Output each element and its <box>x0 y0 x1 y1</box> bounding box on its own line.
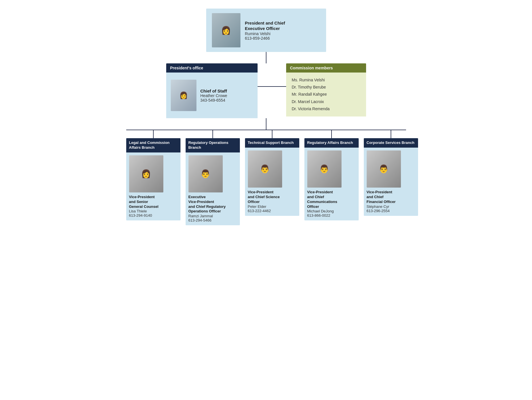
h-connector-line <box>258 86 286 87</box>
branch-3-header: Technical Support Branch <box>245 138 299 148</box>
branch-2-header: Regulatory Operations Branch <box>186 138 240 152</box>
commission-member-5: Dr. Victoria Remenda <box>292 105 360 112</box>
branch-4-photo: 👨 <box>307 150 342 188</box>
branch-technical: Technical Support Branch 👨 Vice-Presiden… <box>245 130 299 216</box>
chief-of-staff-phone: 343-549-6554 <box>200 98 227 102</box>
branch-5-v-connector <box>391 130 391 138</box>
branch-1-title: Vice-President and Senior General Counse… <box>129 195 158 209</box>
president-card: 👩 President and Chief Executive Officer … <box>206 9 326 52</box>
commission-member-2: Dr. Timothy Berube <box>292 84 360 91</box>
branch-2-body: 👨 Executive Vice-President and Chief Reg… <box>186 152 240 226</box>
president-name: Rumina Velshi <box>245 31 285 36</box>
branch-2-title: Executive Vice-President and Chief Regul… <box>188 195 226 214</box>
branch-2-v-connector <box>212 130 213 138</box>
branch-2-name: Ramzi Jammal <box>188 214 226 218</box>
commission-card: Ms. Rumina Velshi Dr. Timothy Berube Mr.… <box>286 73 366 116</box>
branch-regulatory-affairs: Regulatory Affairs Branch 👨 Vice-Preside… <box>304 130 359 220</box>
second-row: President's office 👩 Chief of Staff Heat… <box>6 63 526 118</box>
branch-1-text: Vice-President and Senior General Counse… <box>129 195 158 218</box>
branch-corporate: Corporate Services Branch 👨 Vice-Preside… <box>364 130 418 216</box>
branch-1-name: Lisa Thiele <box>129 209 158 213</box>
branch-4-name: Michael DeJong <box>307 209 337 213</box>
presidents-office-card: 👩 Chief of Staff Heather Crowe 343-549-6… <box>166 73 258 118</box>
branch-4-text: Vice-President and Chief Communications … <box>307 190 337 218</box>
president-photo: 👩 <box>212 13 240 47</box>
branch-4-header: Regulatory Affairs Branch <box>304 138 359 148</box>
branch-4-title: Vice-President and Chief Communications … <box>307 190 337 209</box>
commission-member-1: Ms. Rumina Velshi <box>292 77 360 84</box>
branch-3-card: Technical Support Branch 👨 Vice-Presiden… <box>245 138 299 216</box>
branch-2-card: Regulatory Operations Branch 👨 Executive… <box>186 138 240 225</box>
branch-5-name: Stéphane Cyr <box>367 204 396 209</box>
commission-member-4: Dr. Marcel Lacroix <box>292 98 360 105</box>
branch-4-card: Regulatory Affairs Branch 👨 Vice-Preside… <box>304 138 359 220</box>
commission-header: Commission members <box>286 63 366 73</box>
branch-1-header: Legal and Commission Affairs Branch <box>126 138 180 152</box>
branch-2-phone: 613-294-5466 <box>188 218 226 222</box>
chief-of-staff-text: Chief of Staff Heather Crowe 343-549-655… <box>200 89 227 102</box>
branch-regulatory-ops: Regulatory Operations Branch 👨 Executive… <box>186 130 240 225</box>
top-connector-wrapper <box>6 52 526 63</box>
chief-of-staff-photo: 👩 <box>171 80 196 111</box>
branch-1-v-connector <box>153 130 154 138</box>
president-title-line1: President and Chief <box>245 20 285 26</box>
presidents-office-header: President's office <box>166 63 258 73</box>
branch-1-photo: 👩 <box>129 155 163 192</box>
president-text: President and Chief Executive Officer Ru… <box>245 20 285 41</box>
chief-of-staff-title: Chief of Staff <box>200 89 227 93</box>
branch-5-body: 👨 Vice-President and Chief Financial Off… <box>364 148 418 216</box>
branches-section: Legal and Commission Affairs Branch 👩 Vi… <box>6 130 526 225</box>
branch-4-body: 👨 Vice-President and Chief Communication… <box>304 148 359 221</box>
branch-5-text: Vice-President and Chief Financial Offic… <box>367 190 396 213</box>
commission-member-3: Mr. Randall Kahgee <box>292 91 360 98</box>
branch-1-body: 👩 Vice-President and Senior General Coun… <box>126 152 180 221</box>
branch-3-title: Vice-President and Chief Science Officer <box>248 190 280 204</box>
presidents-office-section: President's office 👩 Chief of Staff Heat… <box>166 63 258 118</box>
branch-h-line <box>126 130 406 130</box>
h-connector-wrapper <box>258 86 286 87</box>
branch-3-body: 👨 Vice-President and Chief Science Offic… <box>245 148 299 216</box>
branch-4-phone: 613-866-0022 <box>307 213 337 218</box>
branch-2-photo: 👨 <box>188 155 223 192</box>
branch-5-photo: 👨 <box>367 150 401 188</box>
branch-5-phone: 613-296-2554 <box>367 209 396 213</box>
branches-row: Legal and Commission Affairs Branch 👩 Vi… <box>126 130 406 225</box>
branch-3-photo: 👨 <box>248 150 282 188</box>
branch-1-phone: 613-294-9140 <box>129 213 158 218</box>
second-v-connector-wrapper <box>6 118 526 130</box>
top-v-connector <box>266 52 266 63</box>
chief-of-staff-name: Heather Crowe <box>200 93 227 98</box>
top-level: 👩 President and Chief Executive Officer … <box>206 9 326 52</box>
branch-5-title: Vice-President and Chief Financial Offic… <box>367 190 396 204</box>
org-chart: 👩 President and Chief Executive Officer … <box>6 9 526 225</box>
branch-1-card: Legal and Commission Affairs Branch 👩 Vi… <box>126 138 180 220</box>
branch-5-header: Corporate Services Branch <box>364 138 418 148</box>
branch-5-card: Corporate Services Branch 👨 Vice-Preside… <box>364 138 418 216</box>
branch-3-name: Peter Elder <box>248 204 280 209</box>
branch-3-phone: 613-222-4462 <box>248 209 280 213</box>
branch-2-text: Executive Vice-President and Chief Regul… <box>188 195 226 223</box>
branch-3-v-connector <box>272 130 272 138</box>
commission-section: Commission members Ms. Rumina Velshi Dr.… <box>286 63 366 116</box>
branch-4-v-connector <box>331 130 332 138</box>
president-title-line2: Executive Officer <box>245 26 285 31</box>
second-v-connector <box>266 118 266 130</box>
branch-legal: Legal and Commission Affairs Branch 👩 Vi… <box>126 130 180 220</box>
president-phone: 613-859-2466 <box>245 36 285 41</box>
branch-3-text: Vice-President and Chief Science Officer… <box>248 190 280 213</box>
